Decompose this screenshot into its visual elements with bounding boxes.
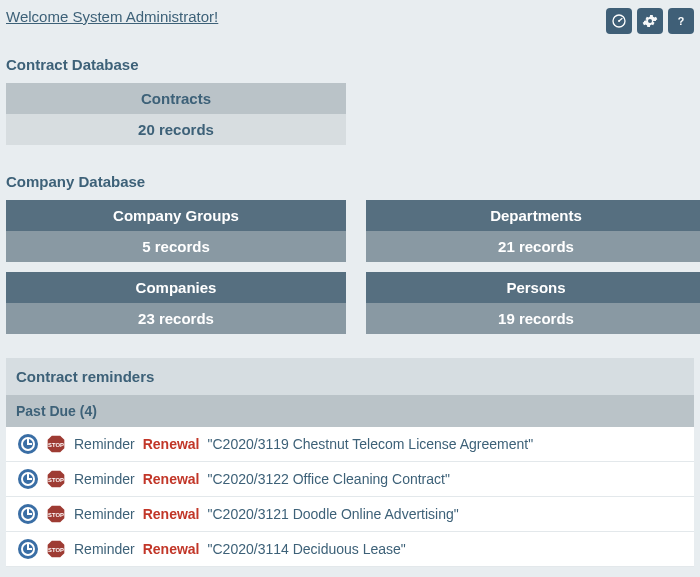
company-groups-tile-count: 5 records: [6, 231, 346, 262]
reminder-row[interactable]: STOPReminder Renewal "C2020/3119 Chestnu…: [6, 427, 694, 462]
stop-sign-icon: STOP: [46, 434, 66, 454]
svg-text:STOP: STOP: [48, 442, 64, 448]
alarm-clock-icon: [18, 539, 38, 559]
svg-point-2: [618, 20, 620, 22]
reminders-panel: Contract reminders Past Due (4) STOPRemi…: [6, 358, 694, 567]
reminder-type: Renewal: [143, 436, 200, 452]
svg-text:STOP: STOP: [48, 477, 64, 483]
stop-sign-icon: STOP: [46, 504, 66, 524]
companies-tile-title: Companies: [6, 272, 346, 303]
reminder-row[interactable]: STOPReminder Renewal "C2020/3114 Deciduo…: [6, 532, 694, 567]
reminder-list: STOPReminder Renewal "C2020/3119 Chestnu…: [6, 427, 694, 567]
persons-tile-count: 19 records: [366, 303, 700, 334]
reminder-text: "C2020/3121 Doodle Online Advertising": [208, 506, 459, 522]
dashboard-icon-button[interactable]: [606, 8, 632, 34]
departments-tile-title: Departments: [366, 200, 700, 231]
help-button[interactable]: ?: [668, 8, 694, 34]
company-database-heading: Company Database: [0, 155, 700, 200]
gear-icon: [642, 13, 658, 29]
alarm-clock-icon: [18, 504, 38, 524]
company-db-row-2: Companies 23 records Persons 19 records: [0, 272, 700, 344]
companies-tile-count: 23 records: [6, 303, 346, 334]
persons-tile-title: Persons: [366, 272, 700, 303]
reminders-panel-title: Contract reminders: [6, 358, 694, 395]
svg-text:?: ?: [678, 15, 685, 27]
past-due-header[interactable]: Past Due (4): [6, 395, 694, 427]
reminder-label: Reminder: [74, 471, 135, 487]
reminder-label: Reminder: [74, 541, 135, 557]
contracts-tile-title: Contracts: [6, 83, 346, 114]
topbar: Welcome System Administrator! ?: [0, 0, 700, 38]
settings-button[interactable]: [637, 8, 663, 34]
companies-tile[interactable]: Companies 23 records: [6, 272, 346, 334]
contract-database-heading: Contract Database: [0, 38, 700, 83]
reminder-type: Renewal: [143, 506, 200, 522]
svg-text:STOP: STOP: [48, 512, 64, 518]
gauge-icon: [611, 13, 627, 29]
reminder-row[interactable]: STOPReminder Renewal "C2020/3122 Office …: [6, 462, 694, 497]
company-groups-tile-title: Company Groups: [6, 200, 346, 231]
reminder-text: "C2020/3122 Office Cleaning Contract": [208, 471, 450, 487]
reminder-text: "C2020/3114 Deciduous Lease": [208, 541, 406, 557]
svg-point-3: [648, 19, 652, 23]
alarm-clock-icon: [18, 434, 38, 454]
reminder-type: Renewal: [143, 471, 200, 487]
company-groups-tile[interactable]: Company Groups 5 records: [6, 200, 346, 262]
departments-tile-count: 21 records: [366, 231, 700, 262]
contracts-tile-count: 20 records: [6, 114, 346, 145]
reminder-label: Reminder: [74, 506, 135, 522]
stop-sign-icon: STOP: [46, 539, 66, 559]
persons-tile[interactable]: Persons 19 records: [366, 272, 700, 334]
stop-sign-icon: STOP: [46, 469, 66, 489]
reminder-row[interactable]: STOPReminder Renewal "C2020/3121 Doodle …: [6, 497, 694, 532]
welcome-link[interactable]: Welcome System Administrator!: [6, 8, 218, 25]
company-db-row-1: Company Groups 5 records Departments 21 …: [0, 200, 700, 272]
reminder-type: Renewal: [143, 541, 200, 557]
alarm-clock-icon: [18, 469, 38, 489]
contract-db-row: Contracts 20 records: [0, 83, 700, 155]
departments-tile[interactable]: Departments 21 records: [366, 200, 700, 262]
topbar-icons: ?: [606, 8, 694, 34]
help-icon: ?: [673, 13, 689, 29]
contracts-tile[interactable]: Contracts 20 records: [6, 83, 346, 145]
svg-text:STOP: STOP: [48, 547, 64, 553]
reminder-label: Reminder: [74, 436, 135, 452]
reminder-text: "C2020/3119 Chestnut Telecom License Agr…: [208, 436, 534, 452]
